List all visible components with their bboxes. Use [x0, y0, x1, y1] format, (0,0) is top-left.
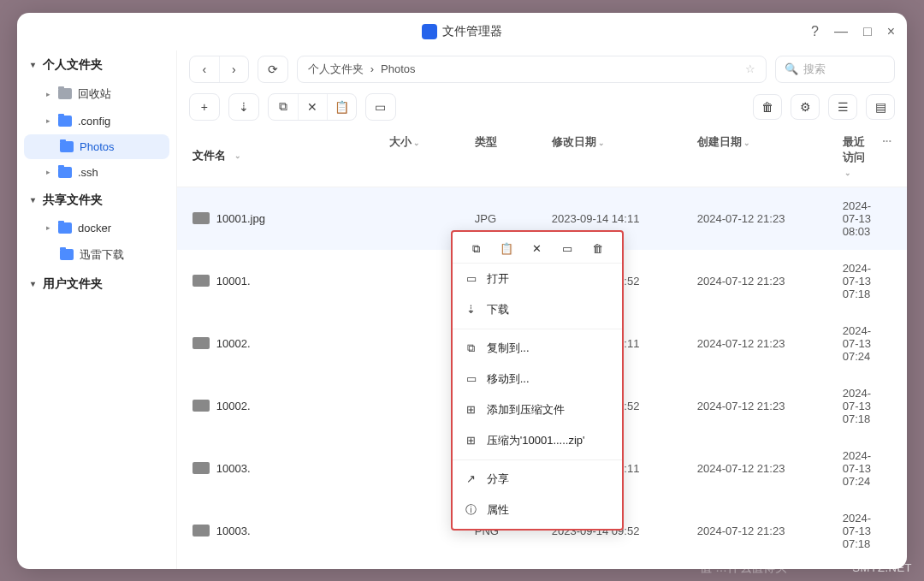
col-accessed[interactable]: 最近访问⌄: [843, 134, 871, 178]
tree-item[interactable]: Photos: [24, 134, 169, 159]
cm-copy-icon[interactable]: ⧉: [468, 242, 485, 256]
table-header: 文件名⌄ 大小⌄ 类型 修改日期⌄ 创建日期⌄ 最近访问⌄ ···: [177, 126, 907, 187]
sort-button[interactable]: ☰: [828, 94, 857, 120]
file-thumb-icon: [192, 337, 210, 349]
file-thumb-icon: [192, 400, 210, 412]
cm-item-icon: ▭: [465, 372, 478, 385]
toolbar: + ⇣ ⧉ ✕ 📋 ▭ 🗑 ⚙ ☰ ▤: [177, 88, 907, 126]
search-input[interactable]: 🔍 搜索: [775, 56, 895, 83]
view-button[interactable]: ▤: [866, 94, 895, 120]
crumb-sep: ›: [370, 62, 374, 75]
window-controls: ? — □ ×: [811, 13, 895, 50]
content: ‹ › ⟳ 个人文件夹 › Photos ☆ 🔍 搜索 + ⇣: [177, 50, 907, 569]
context-menu: ⧉ 📋 ✕ ▭ 🗑 ▭打开⇣下载⧉复制到...▭移动到...⊞添加到压缩文件⊞压…: [451, 230, 624, 531]
star-icon[interactable]: ☆: [745, 62, 755, 75]
close-button[interactable]: ×: [887, 24, 895, 39]
cm-new-icon[interactable]: ▭: [559, 242, 576, 256]
search-icon: 🔍: [785, 62, 798, 75]
file-thumb-icon: [192, 212, 210, 224]
context-menu-item[interactable]: ▭打开: [453, 264, 622, 294]
context-menu-item[interactable]: ▭移动到...: [453, 364, 622, 394]
tree-item[interactable]: ▸.config: [24, 109, 169, 133]
context-menu-item[interactable]: ⓘ属性: [453, 495, 622, 525]
minimize-button[interactable]: —: [834, 24, 848, 39]
context-menu-item[interactable]: ⊞添加到压缩文件: [453, 394, 622, 425]
tree-item[interactable]: ▸回收站: [24, 80, 169, 108]
context-quick-row: ⧉ 📋 ✕ ▭ 🗑: [453, 235, 622, 264]
help-button[interactable]: ?: [811, 24, 819, 39]
context-menu-item[interactable]: ⇣下载: [453, 294, 622, 325]
cm-item-icon: ⓘ: [465, 502, 478, 518]
folder-icon: [58, 167, 72, 178]
crumb-root[interactable]: 个人文件夹: [308, 62, 364, 77]
main: ▾个人文件夹▸回收站▸.configPhotos▸.ssh▾共享文件夹▸dock…: [17, 50, 907, 569]
file-thumb-icon: [192, 275, 210, 287]
tree-section-header[interactable]: ▾个人文件夹: [24, 50, 169, 80]
folder-icon: [60, 249, 74, 260]
context-menu-item[interactable]: ⊞压缩为'10001.....zip': [453, 425, 622, 456]
watermark-right: SMYZ.NET: [852, 561, 912, 574]
col-more[interactable]: ···: [871, 134, 891, 178]
cm-item-icon: ↗: [465, 472, 478, 485]
file-thumb-icon: [192, 462, 210, 474]
trash-button[interactable]: 🗑: [753, 94, 782, 120]
cm-cut-icon[interactable]: ✕: [529, 242, 546, 256]
context-menu-item[interactable]: ↗分享: [453, 464, 622, 495]
col-created[interactable]: 创建日期⌄: [697, 134, 843, 178]
download-button[interactable]: ⇣: [229, 94, 258, 120]
cm-item-icon: ⊞: [465, 403, 478, 416]
cm-paste-icon[interactable]: 📋: [498, 242, 515, 256]
col-modified[interactable]: 修改日期⌄: [552, 134, 697, 178]
watermark-left: 值 …什么值得买: [700, 560, 787, 576]
folder-icon: [58, 88, 72, 99]
add-button[interactable]: +: [190, 94, 219, 120]
cm-item-icon: ⧉: [465, 341, 478, 355]
settings-button[interactable]: ⚙: [791, 94, 820, 120]
cut-button[interactable]: ✕: [298, 94, 327, 120]
cm-item-icon: ▭: [465, 272, 478, 285]
cm-delete-icon[interactable]: 🗑: [589, 242, 607, 256]
back-button[interactable]: ‹: [190, 56, 219, 82]
nav-row: ‹ › ⟳ 个人文件夹 › Photos ☆ 🔍 搜索: [177, 50, 907, 88]
tree-item[interactable]: 迅雷下载: [24, 241, 169, 269]
crumb-current[interactable]: Photos: [381, 62, 415, 75]
breadcrumb[interactable]: 个人文件夹 › Photos ☆: [297, 56, 767, 83]
refresh-button[interactable]: ⟳: [258, 56, 287, 82]
titlebar: 文件管理器 ? — □ ×: [17, 13, 907, 50]
copy-button[interactable]: ⧉: [269, 94, 298, 120]
tree-item[interactable]: ▸docker: [24, 216, 169, 240]
cm-item-icon: ⊞: [465, 434, 478, 447]
folder-icon: [60, 141, 74, 152]
tree-item[interactable]: ▸.ssh: [24, 160, 169, 185]
newfolder-button[interactable]: ▭: [366, 94, 395, 120]
app-icon: [422, 24, 437, 39]
sidebar: ▾个人文件夹▸回收站▸.configPhotos▸.ssh▾共享文件夹▸dock…: [17, 50, 177, 569]
tree-section-header[interactable]: ▾共享文件夹: [24, 186, 169, 215]
tree-section-header[interactable]: ▾用户文件夹: [24, 270, 169, 299]
table-row[interactable]: 10004.JPG2023-09-14 14:112024-07-12 21:2…: [177, 562, 907, 569]
maximize-button[interactable]: □: [863, 24, 872, 39]
forward-button[interactable]: ›: [219, 56, 248, 82]
context-menu-item[interactable]: ⧉复制到...: [453, 333, 622, 364]
folder-icon: [58, 116, 72, 127]
app-title: 文件管理器: [442, 24, 502, 39]
col-name[interactable]: 文件名⌄: [192, 134, 389, 178]
file-thumb-icon: [192, 525, 210, 537]
app-window: 文件管理器 ? — □ × ▾个人文件夹▸回收站▸.configPhotos▸.…: [17, 13, 907, 569]
paste-button[interactable]: 📋: [327, 94, 356, 120]
col-type[interactable]: 类型: [475, 134, 552, 178]
col-size[interactable]: 大小⌄: [389, 134, 475, 178]
cm-item-icon: ⇣: [465, 303, 478, 316]
folder-icon: [58, 222, 72, 234]
search-placeholder: 搜索: [803, 62, 826, 77]
